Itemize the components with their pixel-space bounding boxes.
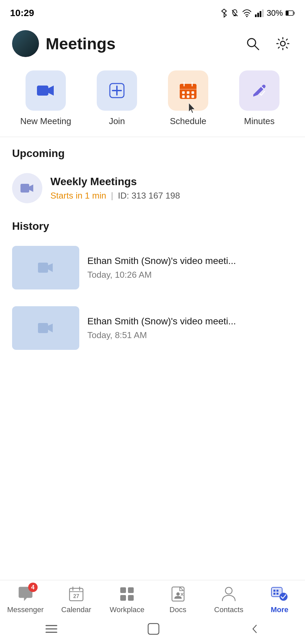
new-meeting-icon-wrap <box>26 70 66 111</box>
history-item[interactable]: Ethan Smith (Snow)'s video meeti... Toda… <box>0 300 305 357</box>
svg-rect-34 <box>128 587 134 593</box>
recents-button[interactable] <box>249 623 260 635</box>
minutes-label: Minutes <box>244 116 274 126</box>
bluetooth-icon <box>220 8 228 18</box>
svg-rect-10 <box>37 86 48 96</box>
nav-items: 4 Messenger 27 Calendar <box>0 580 305 617</box>
svg-rect-22 <box>191 95 194 98</box>
starts-soon-label: Starts in 1 min <box>50 191 106 201</box>
history-item[interactable]: Ethan Smith (Snow)'s video meeti... Toda… <box>0 239 305 296</box>
settings-button[interactable] <box>273 34 293 54</box>
upcoming-title: Upcoming <box>0 137 305 166</box>
svg-rect-42 <box>273 590 275 592</box>
grid-icon <box>119 586 135 602</box>
history-info-2: Ethan Smith (Snow)'s video meeti... Toda… <box>87 316 293 340</box>
more-label: More <box>271 605 289 614</box>
history-section: History Ethan Smith (Snow)'s video meeti… <box>0 210 305 357</box>
schedule-label: Schedule <box>170 116 206 126</box>
upcoming-meeting-sub: Starts in 1 min | ID: 313 167 198 <box>50 191 293 201</box>
history-thumb-2 <box>12 306 79 350</box>
upcoming-section: Upcoming Weekly Meetings Starts in 1 min… <box>0 137 305 210</box>
contacts-icon-wrap <box>220 585 237 603</box>
svg-rect-43 <box>276 590 278 592</box>
join-button[interactable]: Join <box>90 70 144 126</box>
schedule-button[interactable]: Schedule <box>161 70 215 126</box>
svg-rect-4 <box>262 9 264 17</box>
svg-rect-27 <box>38 323 48 333</box>
video-camera-icon <box>36 84 55 98</box>
svg-rect-50 <box>148 624 159 634</box>
upcoming-meeting-title: Weekly Meetings <box>50 175 293 188</box>
workplace-label: Workplace <box>110 605 145 614</box>
svg-line-8 <box>255 46 259 50</box>
wifi-icon <box>242 9 252 17</box>
svg-rect-3 <box>260 11 261 17</box>
svg-rect-45 <box>276 593 278 595</box>
more-grid-icon <box>271 587 288 601</box>
svg-rect-2 <box>257 13 259 17</box>
calendar-icon: 27 <box>69 586 84 602</box>
back-button[interactable] <box>45 624 58 634</box>
svg-point-9 <box>280 41 285 46</box>
history-meeting-time-1: Today, 10:26 AM <box>87 270 293 280</box>
bottom-nav: 4 Messenger 27 Calendar <box>0 580 305 644</box>
new-meeting-button[interactable]: New Meeting <box>19 70 73 126</box>
history-thumb-1 <box>12 246 79 289</box>
search-icon <box>245 36 260 51</box>
upcoming-video-icon <box>20 182 35 194</box>
history-meeting-title-2: Ethan Smith (Snow)'s video meeti... <box>87 316 293 327</box>
page-title: Meetings <box>46 35 116 53</box>
battery-icon <box>286 10 295 16</box>
calendar-label: Calendar <box>61 605 91 614</box>
svg-text:27: 27 <box>73 593 79 599</box>
history-video-icon-1 <box>37 261 54 274</box>
nav-more[interactable]: More <box>254 585 305 614</box>
action-buttons: New Meeting Join <box>0 64 305 137</box>
history-meeting-title-1: Ethan Smith (Snow)'s video meeti... <box>87 256 293 266</box>
svg-rect-1 <box>255 14 257 17</box>
svg-rect-44 <box>273 593 275 595</box>
avatar[interactable] <box>12 30 39 57</box>
header: Meetings <box>0 23 305 64</box>
svg-rect-19 <box>191 91 194 94</box>
home-button[interactable] <box>147 623 160 635</box>
svg-rect-17 <box>182 91 185 94</box>
nav-messenger[interactable]: 4 Messenger <box>0 585 51 614</box>
svg-point-38 <box>176 592 180 596</box>
search-button[interactable] <box>243 34 263 54</box>
svg-point-0 <box>246 16 248 17</box>
minutes-icon-wrap <box>239 70 279 111</box>
nav-workplace[interactable]: Workplace <box>102 585 152 614</box>
menu-icon <box>45 624 58 634</box>
minutes-button[interactable]: Minutes <box>232 70 286 126</box>
upcoming-item[interactable]: Weekly Meetings Starts in 1 min | ID: 31… <box>0 166 305 210</box>
calendar-grid-icon <box>179 81 198 100</box>
svg-rect-35 <box>120 595 126 601</box>
chevron-back-icon <box>249 623 260 635</box>
nav-docs[interactable]: Docs <box>152 585 203 614</box>
messenger-badge: 4 <box>28 583 38 592</box>
cursor-icon <box>187 102 198 114</box>
history-meeting-time-2: Today, 8:51 AM <box>87 330 293 340</box>
messenger-label: Messenger <box>7 605 44 614</box>
docs-icon-wrap <box>169 585 187 603</box>
svg-rect-33 <box>120 587 126 593</box>
mute-icon <box>230 8 239 18</box>
svg-rect-21 <box>187 95 189 98</box>
svg-rect-36 <box>128 595 134 601</box>
battery-text: 30% <box>267 8 283 18</box>
nav-calendar[interactable]: 27 Calendar <box>51 585 101 614</box>
svg-rect-20 <box>182 95 185 98</box>
header-left: Meetings <box>12 30 116 57</box>
nav-contacts[interactable]: Contacts <box>203 585 254 614</box>
workplace-icon-wrap <box>118 585 136 603</box>
signal-icon <box>255 9 264 17</box>
new-meeting-label: New Meeting <box>20 116 71 126</box>
svg-rect-26 <box>38 263 48 273</box>
history-title: History <box>0 210 305 239</box>
gear-icon <box>275 36 290 51</box>
docs-label: Docs <box>170 605 186 614</box>
pipe-divider: | <box>111 191 113 201</box>
join-icon-wrap <box>97 70 137 111</box>
system-nav <box>0 617 305 644</box>
